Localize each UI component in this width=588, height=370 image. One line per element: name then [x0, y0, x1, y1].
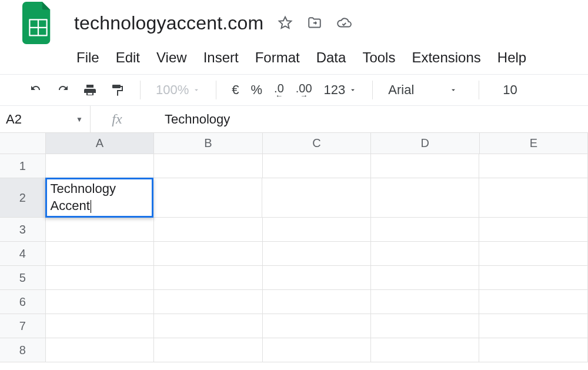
- name-box[interactable]: A2 ▼: [0, 106, 91, 132]
- cloud-saved-icon[interactable]: [336, 15, 352, 31]
- column-header-D[interactable]: D: [371, 133, 479, 154]
- row-header-7[interactable]: 7: [0, 314, 46, 338]
- rows-container: 1 2 Technology Accent 3: [0, 154, 588, 362]
- row-8: 8: [0, 338, 588, 362]
- row-4: 4: [0, 242, 588, 266]
- column-header-C[interactable]: C: [263, 133, 371, 154]
- cell-A6[interactable]: [46, 290, 154, 314]
- column-header-A[interactable]: A: [46, 133, 154, 154]
- cell-D5[interactable]: [371, 266, 479, 289]
- sheets-logo[interactable]: [22, 2, 54, 44]
- more-formats-button[interactable]: 123: [324, 82, 358, 98]
- cell-B5[interactable]: [154, 266, 262, 289]
- cell-C4[interactable]: [263, 242, 371, 265]
- decrease-decimal-button[interactable]: .0 ←: [274, 82, 284, 97]
- menu-file[interactable]: File: [76, 49, 99, 66]
- formula-bar: A2 ▼ fx Technology: [0, 106, 588, 133]
- toolbar-separator: [372, 81, 373, 99]
- cell-editing-content: Technology Accent: [51, 181, 116, 214]
- cell-A1[interactable]: [46, 154, 154, 178]
- cell-C2[interactable]: [262, 178, 371, 217]
- document-title[interactable]: technologyaccent.com: [74, 12, 263, 34]
- column-header-E[interactable]: E: [480, 133, 588, 154]
- dropdown-icon: ▼: [76, 115, 83, 124]
- cell-A3[interactable]: [46, 218, 154, 241]
- cell-E1[interactable]: [479, 154, 587, 178]
- cell-B2[interactable]: [153, 178, 262, 217]
- row-header-6[interactable]: 6: [0, 290, 46, 314]
- cell-D4[interactable]: [371, 242, 479, 265]
- print-icon[interactable]: [82, 82, 98, 98]
- cell-E7[interactable]: [479, 314, 587, 338]
- cell-C3[interactable]: [263, 218, 371, 241]
- format-percent-button[interactable]: %: [251, 82, 263, 98]
- svg-rect-3: [31, 28, 38, 35]
- menu-format[interactable]: Format: [255, 49, 300, 66]
- menu-extensions[interactable]: Extensions: [412, 49, 480, 66]
- row-header-3[interactable]: 3: [0, 218, 46, 241]
- left-arrow-icon: ←: [275, 94, 283, 97]
- menu-insert[interactable]: Insert: [203, 49, 239, 66]
- cell-C1[interactable]: [263, 154, 371, 178]
- cell-C7[interactable]: [263, 314, 371, 338]
- row-6: 6: [0, 290, 588, 314]
- cell-C5[interactable]: [263, 266, 371, 289]
- svg-rect-2: [39, 21, 46, 27]
- cell-D3[interactable]: [371, 218, 479, 241]
- cell-C8[interactable]: [263, 338, 371, 362]
- formula-input[interactable]: Technology: [143, 112, 230, 127]
- text-cursor: [91, 200, 91, 213]
- increase-decimal-button[interactable]: .00 →: [296, 82, 312, 97]
- cell-E3[interactable]: [479, 218, 587, 241]
- cell-D6[interactable]: [371, 290, 479, 314]
- cell-A5[interactable]: [46, 266, 154, 289]
- cell-E2[interactable]: [479, 178, 588, 217]
- font-size-input[interactable]: 10: [495, 82, 517, 98]
- undo-icon[interactable]: [28, 82, 44, 98]
- cell-B7[interactable]: [154, 314, 262, 338]
- menu-data[interactable]: Data: [316, 49, 346, 66]
- cell-A4[interactable]: [46, 242, 154, 265]
- cell-D1[interactable]: [371, 154, 479, 178]
- cell-B3[interactable]: [154, 218, 262, 241]
- cell-B6[interactable]: [154, 290, 262, 314]
- toolbar-separator: [140, 81, 141, 99]
- cell-E8[interactable]: [479, 338, 587, 362]
- row-header-5[interactable]: 5: [0, 266, 46, 289]
- menu-bar: File Edit View Insert Format Data Tools …: [0, 41, 588, 74]
- column-headers: A B C D E: [0, 133, 588, 154]
- move-to-folder-icon[interactable]: [307, 15, 322, 31]
- menu-tools[interactable]: Tools: [362, 49, 395, 66]
- row-header-2[interactable]: 2: [0, 178, 46, 217]
- cell-E6[interactable]: [479, 290, 587, 314]
- cell-E5[interactable]: [479, 266, 587, 289]
- format-currency-button[interactable]: €: [232, 82, 239, 98]
- cell-B1[interactable]: [154, 154, 262, 178]
- row-header-8[interactable]: 8: [0, 338, 46, 362]
- cell-E4[interactable]: [479, 242, 587, 265]
- svg-rect-1: [31, 21, 38, 27]
- cell-D7[interactable]: [371, 314, 479, 338]
- star-icon[interactable]: [278, 15, 293, 31]
- cell-D2[interactable]: [371, 178, 480, 217]
- row-2: 2 Technology Accent: [0, 178, 588, 218]
- column-header-B[interactable]: B: [154, 133, 262, 154]
- select-all-corner[interactable]: [0, 133, 46, 154]
- menu-edit[interactable]: Edit: [116, 49, 140, 66]
- cell-A2[interactable]: Technology Accent: [45, 178, 154, 218]
- row-header-1[interactable]: 1: [0, 154, 46, 178]
- row-header-4[interactable]: 4: [0, 242, 46, 265]
- cell-B8[interactable]: [154, 338, 262, 362]
- menu-help[interactable]: Help: [497, 49, 526, 66]
- more-formats-label: 123: [324, 82, 346, 98]
- redo-icon[interactable]: [55, 82, 71, 98]
- font-selector[interactable]: Arial: [388, 82, 463, 98]
- paint-format-icon[interactable]: [109, 82, 125, 98]
- cell-B4[interactable]: [154, 242, 262, 265]
- cell-A7[interactable]: [46, 314, 154, 338]
- cell-A8[interactable]: [46, 338, 154, 362]
- cell-C6[interactable]: [263, 290, 371, 314]
- zoom-selector[interactable]: 100%: [156, 82, 201, 98]
- menu-view[interactable]: View: [156, 49, 187, 66]
- cell-D8[interactable]: [371, 338, 479, 362]
